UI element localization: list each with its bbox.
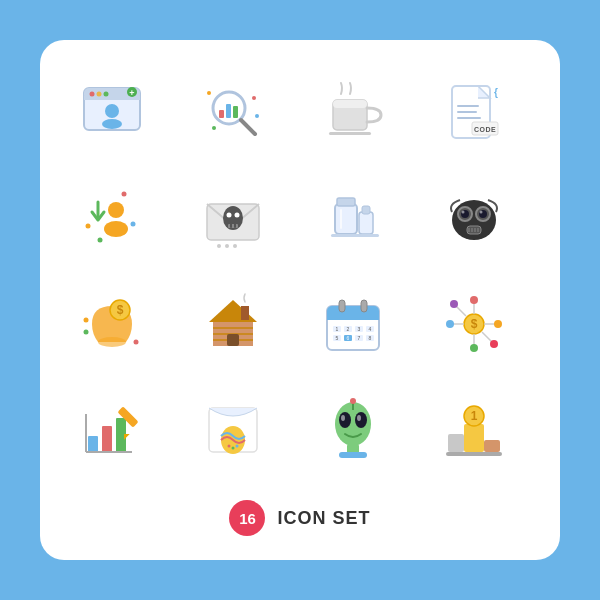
svg-line-104 [456, 306, 466, 316]
svg-rect-47 [337, 198, 355, 206]
icon-count-badge: 16 [229, 500, 265, 536]
svg-rect-112 [88, 436, 98, 452]
icon-gas-mask [430, 174, 518, 262]
svg-rect-20 [333, 100, 367, 108]
svg-point-128 [357, 415, 361, 421]
svg-rect-41 [230, 222, 232, 228]
svg-point-33 [122, 192, 127, 197]
svg-rect-13 [226, 104, 231, 118]
icon-grid: + [68, 68, 532, 474]
icon-alien [309, 386, 397, 474]
svg-point-30 [104, 221, 128, 237]
svg-point-4 [97, 92, 102, 97]
svg-point-18 [212, 126, 216, 130]
svg-point-16 [252, 96, 256, 100]
svg-rect-51 [331, 234, 379, 237]
icon-skull-email [189, 174, 277, 262]
icon-network-dollar: $ [430, 280, 518, 368]
icon-web-user: + [68, 68, 156, 156]
svg-point-29 [108, 202, 124, 218]
svg-rect-21 [329, 132, 371, 135]
svg-rect-79 [327, 314, 379, 320]
svg-point-58 [479, 211, 482, 214]
svg-rect-138 [484, 440, 500, 452]
svg-line-11 [241, 120, 255, 134]
svg-text:1: 1 [336, 326, 339, 332]
svg-rect-46 [335, 204, 357, 234]
svg-text:7: 7 [358, 335, 361, 341]
svg-point-32 [86, 224, 91, 229]
svg-point-130 [350, 398, 356, 404]
svg-point-110 [450, 300, 458, 308]
svg-point-17 [255, 114, 259, 118]
svg-point-111 [490, 340, 498, 348]
svg-point-108 [446, 320, 454, 328]
svg-rect-12 [219, 110, 224, 118]
icon-first-place: 1 1 [430, 386, 518, 474]
svg-point-6 [105, 104, 119, 118]
svg-rect-132 [339, 452, 367, 458]
svg-point-67 [84, 318, 89, 323]
svg-point-39 [234, 213, 239, 218]
svg-rect-113 [102, 426, 112, 452]
svg-rect-49 [362, 206, 370, 214]
svg-rect-14 [233, 106, 238, 118]
svg-point-45 [233, 244, 237, 248]
svg-point-64 [98, 337, 126, 347]
svg-marker-70 [209, 300, 257, 322]
svg-point-7 [102, 119, 122, 129]
icon-data-analysis [189, 68, 277, 156]
svg-point-44 [225, 244, 229, 248]
svg-text:1: 1 [470, 409, 477, 423]
svg-rect-48 [359, 212, 373, 234]
svg-point-43 [217, 244, 221, 248]
svg-rect-42 [234, 222, 236, 228]
svg-text:CODE: CODE [473, 126, 495, 133]
icon-calendar: 1 2 3 4 5 6 7 8 [309, 280, 397, 368]
svg-text:5: 5 [336, 335, 339, 341]
svg-point-35 [98, 238, 103, 243]
svg-point-121 [227, 445, 230, 448]
svg-point-69 [134, 340, 139, 345]
svg-point-109 [494, 320, 502, 328]
svg-text:2: 2 [347, 326, 350, 332]
svg-point-68 [84, 330, 89, 335]
svg-point-107 [470, 344, 478, 352]
icon-easter-egg [189, 386, 277, 474]
svg-point-106 [470, 296, 478, 304]
footer-label: ICON SET [277, 508, 370, 529]
svg-text:6: 6 [347, 335, 350, 341]
svg-rect-80 [339, 300, 345, 312]
svg-text:3: 3 [358, 326, 361, 332]
svg-rect-40 [228, 224, 238, 228]
svg-point-57 [461, 211, 464, 214]
svg-text:4: 4 [369, 326, 372, 332]
svg-point-38 [226, 213, 231, 218]
icon-edit-chart [68, 386, 156, 474]
svg-point-125 [339, 412, 351, 428]
svg-rect-139 [446, 452, 502, 456]
svg-point-15 [207, 91, 211, 95]
svg-point-126 [355, 412, 367, 428]
svg-point-3 [90, 92, 95, 97]
svg-point-34 [131, 222, 136, 227]
svg-line-105 [482, 332, 492, 342]
svg-rect-75 [227, 334, 239, 346]
svg-point-122 [231, 447, 234, 450]
footer: 16 ICON SET [229, 500, 370, 536]
icon-employee-download [68, 174, 156, 262]
icon-set-card: + [40, 40, 560, 560]
svg-text:{: { [494, 87, 498, 98]
svg-text:8: 8 [369, 335, 372, 341]
svg-point-5 [104, 92, 109, 97]
icon-mug [309, 68, 397, 156]
svg-text:$: $ [117, 303, 124, 317]
svg-rect-137 [448, 434, 464, 452]
icon-log-cabin [189, 280, 277, 368]
svg-point-123 [235, 445, 238, 448]
icon-mind-money: $ [68, 280, 156, 368]
icon-jar-bottle [309, 174, 397, 262]
svg-point-127 [341, 415, 345, 421]
svg-text:+: + [129, 88, 134, 98]
icon-code-file: { CODE [430, 68, 518, 156]
